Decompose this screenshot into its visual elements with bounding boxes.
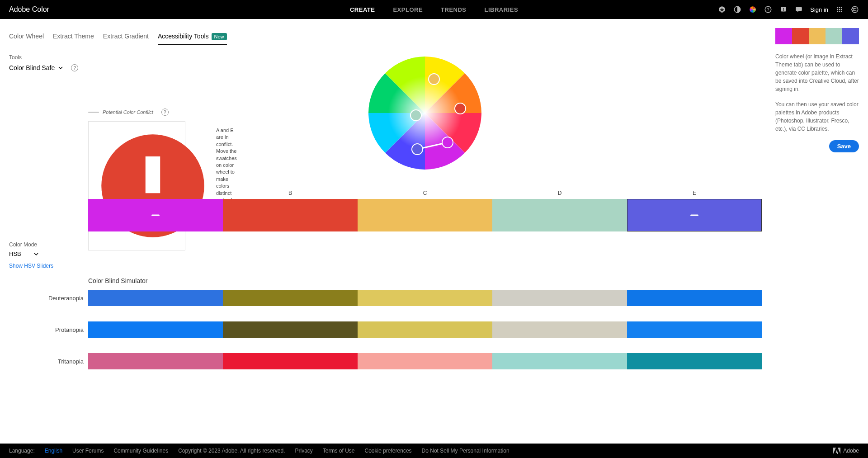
swatch-d[interactable] (492, 199, 627, 231)
help-icon[interactable]: ? (764, 5, 772, 14)
legend-help-icon[interactable]: ? (161, 109, 169, 116)
svg-rect-18 (839, 11, 840, 12)
mini-swatch (775, 28, 792, 44)
swatch-b[interactable] (223, 199, 358, 231)
sim-rows: DeuteranopiaProtanopiaTritanopia (9, 290, 762, 369)
nav-trends[interactable]: TRENDS (441, 6, 466, 13)
svg-rect-8 (783, 10, 784, 11)
sim-title: Color Blind Simulator (88, 277, 762, 284)
subtab-extract-theme[interactable]: Extract Theme (53, 28, 94, 45)
svg-text:?: ? (767, 7, 769, 12)
sim-swatch (88, 353, 223, 369)
sim-swatch (627, 290, 762, 306)
subtab-accessibility-label: Accessibility Tools (158, 33, 209, 40)
apps-icon[interactable] (835, 5, 844, 14)
tool-dropdown[interactable]: Color Blind Safe ? (9, 64, 88, 71)
tools-label: Tools (9, 54, 88, 61)
sim-label: Tritanopia (9, 358, 88, 365)
footer-privacy[interactable]: Privacy (295, 448, 312, 454)
badge-new: New (212, 33, 227, 40)
main-swatches (88, 199, 762, 231)
swatch-c[interactable] (358, 199, 492, 231)
footer-left: Language: English User Forums Community … (9, 448, 509, 454)
subtabs: Color Wheel Extract Theme Extract Gradie… (9, 28, 762, 45)
sim-swatch (223, 353, 358, 369)
topbar: Adobe Color CREATE EXPLORE TRENDS LIBRAR… (0, 0, 868, 19)
sim-swatches (88, 353, 762, 369)
save-button[interactable]: Save (829, 140, 859, 152)
svg-rect-14 (837, 9, 838, 10)
svg-rect-11 (837, 7, 838, 8)
svg-rect-7 (783, 8, 784, 10)
footer-community[interactable]: Community Guidelines (113, 448, 168, 454)
sim-swatch (223, 290, 358, 306)
label-b: B (223, 190, 358, 196)
sim-swatch (358, 353, 492, 369)
adobe-label: Adobe (843, 448, 859, 454)
tool-help-icon[interactable]: ? (71, 64, 78, 71)
lang-link[interactable]: English (45, 448, 62, 454)
wheel-handle-a[interactable] (442, 137, 453, 148)
sim-row-protanopia: Protanopia (9, 321, 762, 338)
swatch-e[interactable] (627, 199, 762, 231)
svg-rect-9 (796, 7, 802, 11)
adobe-logo-icon (833, 448, 840, 454)
brand: Adobe Color (9, 5, 49, 14)
footer-user-forums[interactable]: User Forums (72, 448, 104, 454)
svg-rect-22 (146, 156, 160, 193)
wheel-handle-d[interactable] (410, 110, 421, 121)
subtab-accessibility[interactable]: Accessibility ToolsNew (158, 28, 227, 45)
alert-icon[interactable] (779, 5, 788, 14)
mini-swatch (842, 28, 859, 44)
signin-link[interactable]: Sign in (810, 6, 828, 13)
nav-explore[interactable]: EXPLORE (393, 6, 423, 13)
label-d: D (492, 190, 627, 196)
show-sliders-link[interactable]: Show HSV Sliders (9, 263, 88, 269)
mode-dropdown[interactable]: HSB (9, 250, 88, 257)
footer-right: Adobe (833, 448, 859, 454)
wheel-handle-b[interactable] (455, 103, 466, 114)
svg-rect-15 (839, 9, 840, 10)
color-wheel-icon[interactable] (749, 5, 757, 14)
footer-cookies[interactable]: Cookie preferences (365, 448, 412, 454)
main: Color Wheel Extract Theme Extract Gradie… (9, 28, 762, 444)
mini-swatch (809, 28, 826, 44)
mode-label: Color Mode (9, 241, 88, 248)
star-icon[interactable] (718, 5, 726, 14)
footer: Language: English User Forums Community … (0, 444, 868, 458)
conflict-dash-icon (151, 215, 160, 216)
sim-swatch (358, 290, 492, 306)
chevron-down-icon (34, 252, 38, 256)
sim-label: Protanopia (9, 326, 88, 333)
sim-swatch (358, 321, 492, 338)
color-wheel[interactable]: Potential Color Conflict ? A and E are i… (88, 54, 762, 181)
svg-rect-13 (841, 7, 842, 8)
tools-left: Tools Color Blind Safe ? (9, 54, 88, 71)
svg-point-24 (368, 57, 481, 170)
svg-rect-12 (839, 7, 840, 8)
nav-libraries[interactable]: LIBRARIES (485, 6, 519, 13)
conflict-dash-icon (690, 215, 698, 216)
wheel-handle-e[interactable] (412, 144, 423, 155)
wheel-handle-c[interactable] (429, 74, 439, 85)
contrast-icon[interactable] (733, 5, 741, 14)
subtab-extract-gradient[interactable]: Extract Gradient (103, 28, 149, 45)
color-wheel-svg[interactable] (366, 54, 484, 172)
label-c: C (358, 190, 492, 196)
topbar-right: ? Sign in (718, 5, 859, 14)
sim-label: Deuteranopia (9, 295, 88, 302)
footer-dns[interactable]: Do Not Sell My Personal Information (422, 448, 509, 454)
footer-copyright: Copyright © 2023 Adobe. All rights reser… (178, 448, 285, 454)
subtab-color-wheel[interactable]: Color Wheel (9, 28, 44, 45)
svg-marker-10 (797, 10, 799, 12)
chat-icon[interactable] (795, 5, 803, 14)
sim-swatch (223, 321, 358, 338)
nav-create[interactable]: CREATE (350, 6, 375, 13)
swatch-a[interactable] (88, 199, 223, 231)
mini-swatch (792, 28, 809, 44)
svg-rect-19 (841, 11, 842, 12)
cc-icon[interactable] (851, 5, 859, 14)
footer-terms[interactable]: Terms of Use (323, 448, 355, 454)
mini-palette (775, 28, 859, 44)
svg-rect-16 (841, 9, 842, 10)
